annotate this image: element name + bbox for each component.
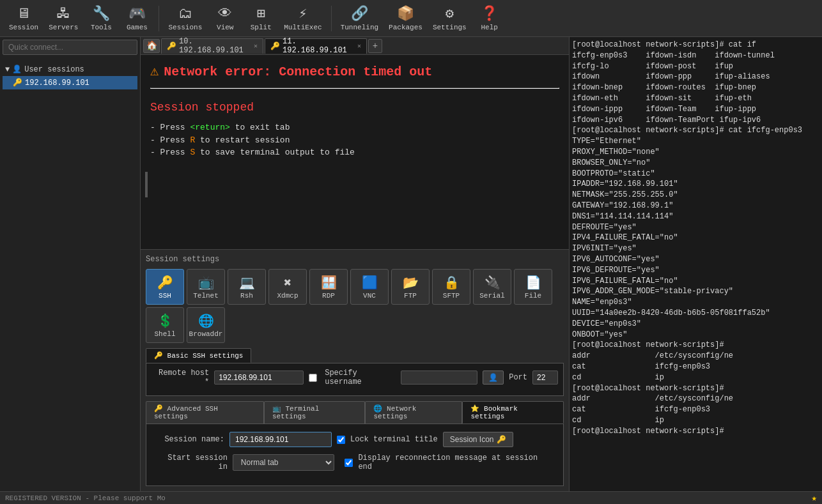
toolbar-view[interactable]: 👁View <box>208 3 242 34</box>
specify-username-label: Specify username <box>325 369 396 386</box>
start-session-dropdown[interactable]: Normal tab <box>233 454 335 471</box>
protocol-browaddr[interactable]: 🌐Browaddr <box>187 307 225 343</box>
user-sessions-label: User sessions <box>24 65 84 74</box>
sidebar: ▼ 👤 User sessions 🔑 192.168.99.101 <box>0 37 141 491</box>
port-input[interactable] <box>532 370 558 385</box>
reconnect-checkbox[interactable] <box>345 459 353 467</box>
toolbar-sessions[interactable]: 🗂Sessions <box>164 3 206 34</box>
settings-tab-2[interactable]: 🌐 Network settings <box>365 401 462 424</box>
toolbar-multiexec-icon: ⚡ <box>299 5 307 22</box>
protocol-rsh[interactable]: 💻Rsh <box>228 269 266 305</box>
protocol-telnet[interactable]: 📺Telnet <box>187 269 225 305</box>
tab-bar: 🏠 🔑 10. 192.168.99.101 ✕ 🔑 11. 192.168.9… <box>141 37 569 55</box>
tab-1[interactable]: 🔑 10. 192.168.99.101 ✕ <box>161 38 263 54</box>
specify-username-checkbox[interactable] <box>309 374 317 382</box>
tab-1-close[interactable]: ✕ <box>254 42 258 50</box>
settings-tab-1[interactable]: 📺 Terminal settings <box>264 401 366 424</box>
term-line-1: - Press <return> to exit tab <box>150 121 559 134</box>
scroll-indicator[interactable] <box>145 172 148 197</box>
protocol-sftp[interactable]: 🔒SFTP <box>432 269 470 305</box>
protocol-vnc-icon: 🟦 <box>362 275 378 291</box>
protocol-rdp[interactable]: 🪟RDP <box>309 269 348 305</box>
home-tab-button[interactable]: 🏠 <box>143 39 160 53</box>
session-settings-header: Session settings <box>146 255 564 264</box>
remote-host-label: Remote host * <box>151 369 209 386</box>
content-area: 🏠 🔑 10. 192.168.99.101 ✕ 🔑 11. 192.168.9… <box>141 37 822 491</box>
start-session-label: Start session in <box>154 454 228 471</box>
toolbar-split-icon: ⊞ <box>257 5 265 22</box>
toolbar: 🖥Session🖧Servers🔧Tools🎮Games🗂Sessions👁Vi… <box>0 0 822 37</box>
session-icon-btn-icon: 🔑 <box>497 435 506 444</box>
lock-terminal-checkbox[interactable] <box>337 436 345 444</box>
session-name-label: Session name: <box>154 435 224 444</box>
user-sessions-group: ▼ 👤 User sessions 🔑 192.168.99.101 <box>3 63 137 89</box>
term-line1-prefix: - Press <box>150 123 190 132</box>
toolbar-games[interactable]: 🎮Games <box>120 3 153 34</box>
error-message: Network error: Connection timed out <box>164 63 432 82</box>
term-line3-prefix: - Press <box>150 148 190 157</box>
separator <box>150 88 559 89</box>
toolbar-servers[interactable]: 🖧Servers <box>45 3 82 34</box>
terminal-panel: 🏠 🔑 10. 192.168.99.101 ✕ 🔑 11. 192.168.9… <box>141 37 570 491</box>
return-key: <return> <box>190 123 229 132</box>
tab-2-label: 11. 192.168.99.101 <box>283 37 352 55</box>
protocol-shell[interactable]: 💲Shell <box>146 307 184 343</box>
toolbar-games-icon: 🎮 <box>128 5 146 22</box>
protocol-serial[interactable]: 🔌Serial <box>473 269 511 305</box>
protocol-rsh-icon: 💻 <box>239 275 255 291</box>
basic-ssh-label: Basic SSH settings <box>167 352 244 360</box>
quick-connect-input[interactable] <box>3 40 137 55</box>
terminal-output: ⚠ Network error: Connection timed out Se… <box>141 55 569 249</box>
sidebar-session-item[interactable]: 🔑 192.168.99.101 <box>3 76 137 89</box>
toolbar-divider <box>159 6 159 31</box>
sidebar-sessions: ▼ 👤 User sessions 🔑 192.168.99.101 <box>0 57 140 92</box>
right-terminal: [root@localhost network-scripts]# cat if… <box>570 37 822 491</box>
term-line3-suffix: to save terminal output to file <box>195 148 355 157</box>
protocol-file-icon: 📄 <box>525 275 541 291</box>
tab-2-close[interactable]: ✕ <box>357 42 361 50</box>
toolbar-help[interactable]: ❓Help <box>473 3 506 34</box>
toolbar-settings[interactable]: ⚙Settings <box>429 3 470 34</box>
protocol-browaddr-icon: 🌐 <box>198 313 214 329</box>
settings-tab-3[interactable]: ⭐ Bookmark settings <box>462 401 564 424</box>
term-line-2: - Press R to restart session <box>150 134 559 147</box>
remote-host-input[interactable] <box>214 370 304 385</box>
tab-1-icon: 🔑 <box>167 42 176 51</box>
protocol-xdmcp[interactable]: ✖Xdmcp <box>268 269 307 305</box>
tab-2[interactable]: 🔑 11. 192.168.99.101 ✕ <box>265 38 367 54</box>
protocol-serial-icon: 🔌 <box>485 275 500 291</box>
protocol-ftp[interactable]: 📂FTP <box>391 269 430 305</box>
protocol-ftp-icon: 📂 <box>403 275 419 291</box>
toolbar-tunneling[interactable]: 🔗Tunneling <box>337 3 382 34</box>
toolbar-help-icon: ❓ <box>481 5 498 22</box>
ssh-tab-icon: 🔑 <box>154 352 163 360</box>
tab-2-icon: 🔑 <box>270 42 280 51</box>
toolbar-multiexec[interactable]: ⚡MultiExec <box>280 3 325 34</box>
protocol-telnet-icon: 📺 <box>198 275 214 291</box>
user-sessions-header[interactable]: ▼ 👤 User sessions <box>3 63 137 76</box>
add-tab-button[interactable]: + <box>368 39 382 53</box>
error-icon: ⚠ <box>150 61 159 82</box>
protocol-sftp-icon: 🔒 <box>444 275 460 291</box>
toolbar-sessions-icon: 🗂 <box>178 5 192 22</box>
session-name-input[interactable] <box>229 432 332 447</box>
settings-tab-0[interactable]: 🔑 Advanced SSH settings <box>146 401 264 424</box>
toolbar-tools-icon: 🔧 <box>93 5 110 22</box>
protocol-ssh[interactable]: 🔑SSH <box>146 269 184 305</box>
protocol-vnc[interactable]: 🟦VNC <box>350 269 389 305</box>
toolbar-tools[interactable]: 🔧Tools <box>84 3 118 34</box>
protocol-file[interactable]: 📄File <box>514 269 552 305</box>
quick-connect-area <box>0 37 140 57</box>
toolbar-packages-icon: 📦 <box>397 5 414 22</box>
user-browse-btn[interactable]: 👤 <box>483 370 504 385</box>
lock-terminal-label: Lock terminal title <box>350 435 438 444</box>
username-input[interactable] <box>401 370 477 385</box>
session-icon-btn[interactable]: Session Icon 🔑 <box>443 432 513 447</box>
toolbar-view-icon: 👁 <box>218 5 232 22</box>
toolbar-packages[interactable]: 📦Packages <box>385 3 426 34</box>
main-area: ▼ 👤 User sessions 🔑 192.168.99.101 🏠 🔑 1… <box>0 37 822 491</box>
toolbar-session[interactable]: 🖥Session <box>5 3 42 34</box>
basic-ssh-tab[interactable]: 🔑 Basic SSH settings <box>146 348 251 363</box>
status-bar: REGISTERED VERSION - Please support Mo ★ <box>0 491 822 504</box>
toolbar-split[interactable]: ⊞Split <box>244 3 277 34</box>
